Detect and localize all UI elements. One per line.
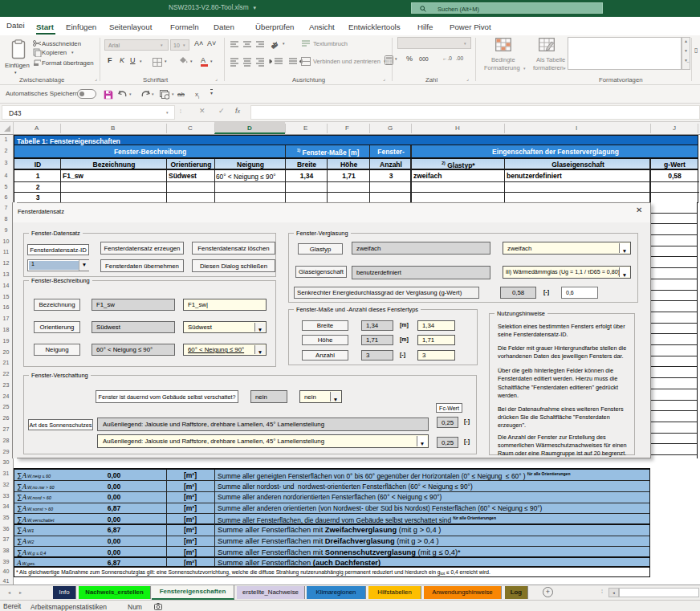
svg-text:ab: ab [270, 41, 279, 49]
